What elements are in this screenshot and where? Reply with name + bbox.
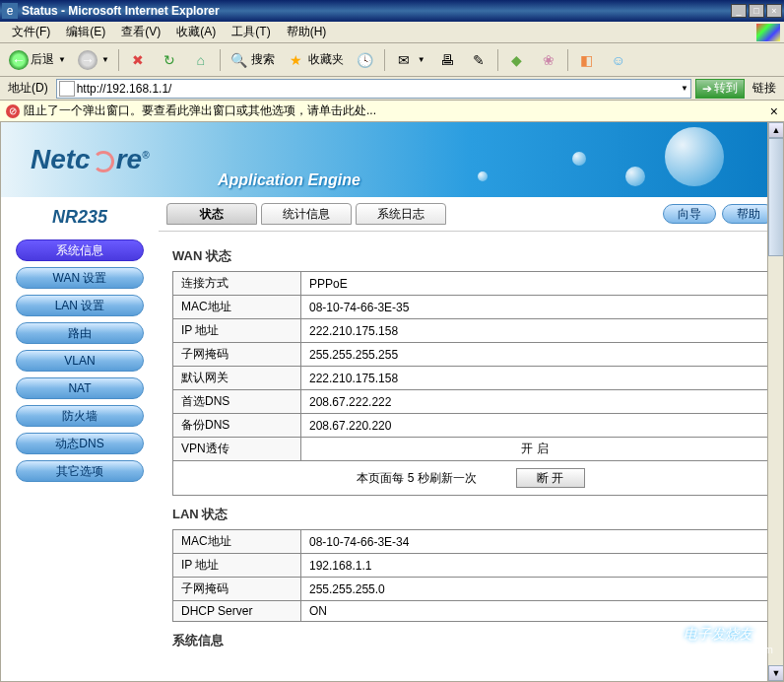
address-bar: 地址(D) ▼ ➔ 转到 链接 [0, 77, 784, 101]
lan-ip-value: 192.168.1.1 [301, 554, 769, 578]
wan-dns1-label: 首选DNS [173, 390, 301, 414]
wan-vpn-value: 开 启 [301, 438, 769, 461]
infobar-text: 阻止了一个弹出窗口。要查看此弹出窗口或其他选项，请单击此处... [24, 102, 376, 119]
tab-stats[interactable]: 统计信息 [261, 203, 352, 225]
wan-dns1-value: 208.67.222.222 [301, 390, 769, 414]
back-button[interactable]: ← 后退 ▼ [4, 47, 71, 73]
messenger-button[interactable]: ☺ [604, 47, 633, 73]
refresh-text: 本页面每 5 秒刷新一次 [357, 470, 476, 487]
window-titlebar: e Status - Microsoft Internet Explorer _… [0, 0, 784, 22]
lan-mac-value: 08-10-74-66-3E-34 [301, 530, 769, 554]
scroll-down-icon[interactable]: ▼ [768, 665, 784, 681]
brand-subtitle: Application Engine [218, 171, 360, 189]
history-icon: 🕓 [356, 50, 375, 70]
table-row: MAC地址08-10-74-66-3E-34 [173, 530, 769, 554]
menu-edit[interactable]: 编辑(E) [58, 22, 113, 42]
extra-button-3[interactable]: ◧ [572, 47, 602, 73]
tab-status[interactable]: 状态 [166, 203, 257, 225]
menu-help[interactable]: 帮助(H) [279, 22, 335, 42]
sidebar-item-firewall[interactable]: 防火墙 [16, 405, 144, 427]
search-button[interactable]: 🔍 搜索 [225, 47, 280, 73]
table-row: DHCP ServerON [173, 601, 769, 622]
disconnect-button[interactable]: 断 开 [516, 468, 585, 488]
wan-mac-value: 08-10-74-66-3E-35 [301, 296, 769, 319]
home-icon: ⌂ [191, 50, 211, 70]
back-icon: ← [9, 50, 29, 70]
sidebar-item-other[interactable]: 其它选项 [16, 460, 144, 482]
go-button[interactable]: ➔ 转到 [695, 79, 745, 99]
wan-vpn-label: VPN透传 [173, 438, 301, 461]
page-icon [59, 81, 75, 97]
menu-view[interactable]: 查看(V) [113, 22, 168, 42]
wan-ip-label: IP 地址 [173, 319, 301, 343]
stop-button[interactable]: ✖ [123, 47, 153, 73]
scroll-thumb[interactable] [768, 138, 784, 256]
wan-mask-value: 255.255.255.255 [301, 343, 769, 367]
sidebar-item-wan[interactable]: WAN 设置 [16, 267, 144, 289]
sidebar-item-lan[interactable]: LAN 设置 [16, 295, 144, 316]
back-label: 后退 [31, 51, 54, 68]
edit-button[interactable]: ✎ [464, 47, 493, 73]
refresh-button[interactable]: ↻ [155, 47, 184, 73]
go-arrow-icon: ➔ [702, 82, 712, 96]
wan-conntype-label: 连接方式 [173, 272, 301, 296]
bubble-icon [478, 171, 488, 181]
main-panel: 状态 统计信息 系统日志 向导 帮助 WAN 状态 连接方式PPPoE MAC地… [159, 197, 783, 682]
table-row: 备份DNS208.67.220.220 [173, 414, 769, 438]
forward-button[interactable]: → ▼ [73, 47, 114, 73]
lan-dhcp-label: DHCP Server [173, 601, 301, 622]
print-button[interactable]: 🖶 [432, 47, 462, 73]
sidebar-item-nat[interactable]: NAT [16, 377, 144, 399]
mail-button[interactable]: ✉▼ [389, 47, 430, 73]
sidebar: NR235 系统信息 WAN 设置 LAN 设置 路由 VLAN NAT 防火墙… [1, 197, 159, 682]
chevron-down-icon: ▼ [101, 55, 109, 64]
wan-mask-label: 子网掩码 [173, 343, 301, 367]
home-button[interactable]: ⌂ [186, 47, 216, 73]
sidebar-item-route[interactable]: 路由 [16, 322, 144, 344]
links-label[interactable]: 链接 [749, 80, 780, 97]
star-icon: ★ [287, 50, 306, 70]
menu-file[interactable]: 文件(F) [4, 22, 58, 42]
extra-button-1[interactable]: ◆ [502, 47, 532, 73]
bubble-icon [572, 152, 586, 166]
favorites-button[interactable]: ★ 收藏夹 [282, 47, 349, 73]
wan-status-table: 连接方式PPPoE MAC地址08-10-74-66-3E-35 IP 地址22… [172, 271, 769, 496]
menu-favorites[interactable]: 收藏(A) [168, 22, 224, 42]
model-label: NR235 [9, 207, 151, 228]
wan-conntype-value: PPPoE [301, 272, 769, 296]
wan-section-title: WAN 状态 [172, 247, 769, 265]
close-button[interactable]: × [766, 4, 782, 18]
lan-section-title: LAN 状态 [172, 506, 769, 523]
sidebar-item-ddns[interactable]: 动态DNS [16, 433, 144, 454]
table-row: IP 地址192.168.1.1 [173, 554, 769, 578]
table-row: 默认网关222.210.175.158 [173, 367, 769, 390]
table-row: 子网掩码255.255.255.0 [173, 578, 769, 601]
popup-blocker-infobar[interactable]: ⊘ 阻止了一个弹出窗口。要查看此弹出窗口或其他选项，请单击此处... × [0, 101, 784, 122]
flower-icon: ❀ [539, 50, 558, 70]
wizard-button[interactable]: 向导 [663, 204, 716, 224]
menu-tools[interactable]: 工具(T) [224, 22, 278, 42]
chevron-down-icon: ▼ [58, 55, 66, 64]
address-input-wrap[interactable]: ▼ [56, 79, 691, 99]
infobar-close-icon[interactable]: × [770, 103, 778, 119]
vertical-scrollbar[interactable]: ▲ ▼ [767, 122, 783, 681]
lan-mask-value: 255.255.255.0 [301, 578, 769, 601]
history-button[interactable]: 🕓 [351, 47, 380, 73]
scroll-up-icon[interactable]: ▲ [768, 122, 784, 138]
favorites-label: 收藏夹 [308, 51, 344, 68]
minimize-button[interactable]: _ [731, 4, 747, 18]
sidebar-item-sysinfo[interactable]: 系统信息 [16, 239, 144, 261]
extra-button-2[interactable]: ❀ [534, 47, 563, 73]
sidebar-item-vlan[interactable]: VLAN [16, 350, 144, 372]
chevron-down-icon[interactable]: ▼ [681, 84, 688, 93]
brand-logo: Netcre® [31, 144, 150, 175]
maximize-button[interactable]: □ [749, 4, 764, 18]
lan-ip-label: IP 地址 [173, 554, 301, 578]
search-icon: 🔍 [229, 50, 249, 70]
address-input[interactable] [77, 82, 679, 96]
block-icon: ⊘ [6, 104, 20, 118]
table-row: 连接方式PPPoE [173, 272, 769, 296]
wan-dns2-value: 208.67.220.220 [301, 414, 769, 438]
tab-syslog[interactable]: 系统日志 [356, 203, 446, 225]
wan-mac-label: MAC地址 [173, 296, 301, 319]
